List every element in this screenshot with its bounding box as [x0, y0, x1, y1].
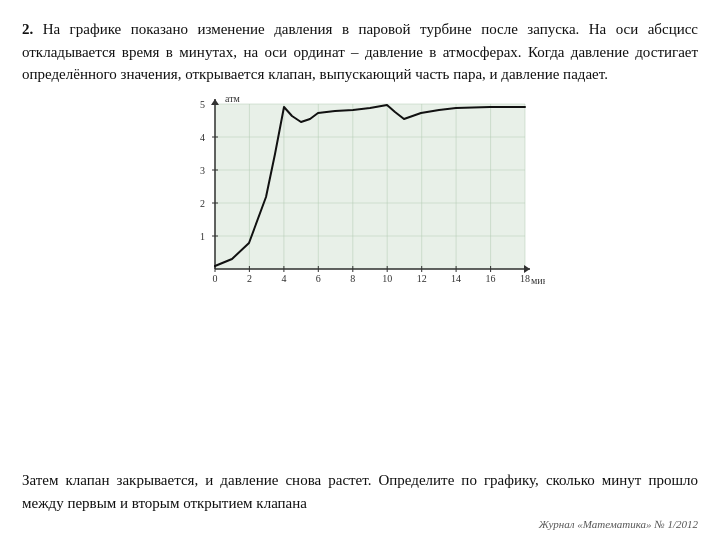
svg-text:10: 10 [382, 273, 392, 284]
svg-text:18: 18 [520, 273, 530, 284]
svg-text:5: 5 [200, 99, 205, 110]
svg-text:4: 4 [200, 132, 205, 143]
svg-text:4: 4 [281, 273, 286, 284]
svg-text:2: 2 [200, 198, 205, 209]
svg-text:16: 16 [486, 273, 496, 284]
top-text-block: 2. На графике показано изменение давлени… [22, 18, 698, 86]
svg-text:14: 14 [451, 273, 461, 284]
svg-text:0: 0 [213, 273, 218, 284]
x-axis-label: мин [531, 275, 545, 286]
question-number: 2. [22, 21, 33, 37]
svg-text:12: 12 [417, 273, 427, 284]
chart-svg: 1 2 3 4 5 0 2 4 6 8 [175, 94, 545, 294]
page: 2. На графике показано изменение давлени… [0, 0, 720, 540]
bottom-paragraph: Затем клапан закрывается, и давление сно… [22, 472, 698, 511]
chart-area: 1 2 3 4 5 0 2 4 6 8 [22, 94, 698, 464]
journal-credit: Журнал «Математика» № 1/2012 [22, 518, 698, 530]
svg-text:1: 1 [200, 231, 205, 242]
svg-text:2: 2 [247, 273, 252, 284]
bottom-text-block: Затем клапан закрывается, и давление сно… [22, 469, 698, 514]
chart-container: 1 2 3 4 5 0 2 4 6 8 [175, 94, 545, 294]
svg-text:8: 8 [350, 273, 355, 284]
y-axis-label: атм [225, 94, 241, 104]
top-paragraph: На графике показано изменение давления в… [22, 21, 698, 82]
svg-text:3: 3 [200, 165, 205, 176]
svg-rect-0 [215, 104, 525, 269]
svg-text:6: 6 [316, 273, 321, 284]
